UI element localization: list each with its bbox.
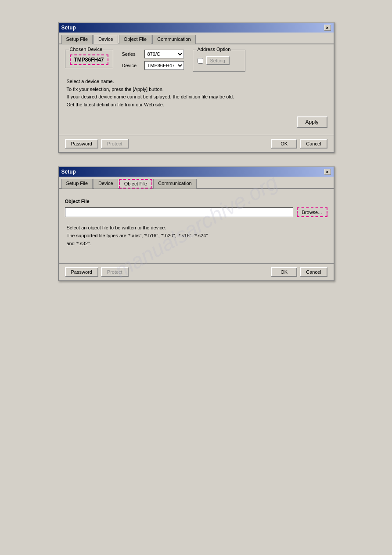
object-file-input[interactable]: [65, 207, 293, 217]
device-info-text: Select a device name. To fix your select…: [65, 76, 327, 110]
tab-device-2[interactable]: Device: [94, 179, 118, 189]
chosen-device-legend: Chosen Device: [69, 47, 104, 52]
footer-right-1: OK Cancel: [271, 139, 327, 149]
window-footer-1: Password Protect OK Cancel: [59, 135, 334, 152]
protect-button-2[interactable]: Protect: [101, 267, 129, 277]
device-select[interactable]: TMP86FH47: [144, 61, 184, 70]
ok-button-1[interactable]: OK: [271, 139, 297, 149]
apply-row: Apply: [65, 115, 327, 130]
window-title-1: Setup: [61, 25, 76, 31]
title-bar-1: Setup ×: [59, 23, 334, 33]
object-file-section: Object File Browse... Select an object f…: [65, 194, 327, 258]
footer-left-1: Password Protect: [65, 139, 129, 149]
tab-device-1[interactable]: Device: [94, 35, 118, 44]
protect-button-1[interactable]: Protect: [101, 139, 129, 149]
window-content-1: Chosen Device TMP86FH47 Series 870/C Dev…: [59, 44, 334, 135]
window-title-2: Setup: [61, 169, 76, 175]
series-row: Series 870/C: [122, 50, 184, 58]
page-wrapper: Setup × Setup File Device Object File Co…: [9, 9, 383, 281]
tab-bar-1: Setup File Device Object File Communicat…: [59, 33, 334, 44]
object-file-info-text: Select an object file to be written to t…: [65, 222, 327, 249]
window-footer-2: Password Protect OK Cancel: [59, 263, 334, 280]
file-input-row: Browse...: [65, 207, 327, 217]
tab-communication-2[interactable]: Communication: [153, 179, 196, 189]
chosen-device-box: Chosen Device TMP86FH47: [65, 50, 113, 68]
cancel-button-2[interactable]: Cancel: [300, 267, 327, 277]
close-button-1[interactable]: ×: [324, 25, 331, 31]
address-option-legend: Address Option: [197, 47, 232, 52]
tab-object-file-1[interactable]: Object File: [119, 35, 152, 44]
tab-setup-file-2[interactable]: Setup File: [61, 179, 93, 189]
password-button-2[interactable]: Password: [65, 267, 98, 277]
ok-button-2[interactable]: OK: [271, 267, 297, 277]
close-button-2[interactable]: ×: [324, 169, 331, 175]
series-select[interactable]: 870/C: [144, 50, 184, 58]
tab-object-file-2[interactable]: Object File: [119, 179, 153, 189]
series-label: Series: [122, 51, 142, 57]
password-button-1[interactable]: Password: [65, 139, 98, 149]
browse-button[interactable]: Browse...: [297, 207, 327, 217]
window-2: Setup × Setup File Device Object File Co…: [58, 166, 334, 281]
object-file-label: Object File: [65, 199, 327, 204]
device-label: Device: [122, 63, 142, 68]
tab-bar-2: Setup File Device Object File Communicat…: [59, 177, 334, 189]
device-row: Device TMP86FH47: [122, 61, 184, 70]
tab-communication-1[interactable]: Communication: [152, 35, 195, 44]
chosen-device-value: TMP86FH47: [70, 54, 108, 65]
tab-setup-file-1[interactable]: Setup File: [61, 35, 93, 44]
apply-button[interactable]: Apply: [297, 116, 327, 128]
footer-left-2: Password Protect: [65, 267, 129, 277]
window-content-2: Object File Browse... Select an object f…: [59, 189, 334, 263]
title-bar-2: Setup ×: [59, 167, 334, 177]
address-option-checkbox[interactable]: [198, 58, 203, 64]
series-device-col: Series 870/C Device TMP86FH47: [122, 50, 184, 70]
cancel-button-1[interactable]: Cancel: [300, 139, 327, 149]
footer-right-2: OK Cancel: [271, 267, 327, 277]
address-option-box: Address Option Setting: [193, 50, 245, 72]
window-1: Setup × Setup File Device Object File Co…: [58, 22, 334, 153]
setting-button[interactable]: Setting: [206, 56, 230, 65]
device-top-row: Chosen Device TMP86FH47 Series 870/C Dev…: [65, 50, 327, 72]
